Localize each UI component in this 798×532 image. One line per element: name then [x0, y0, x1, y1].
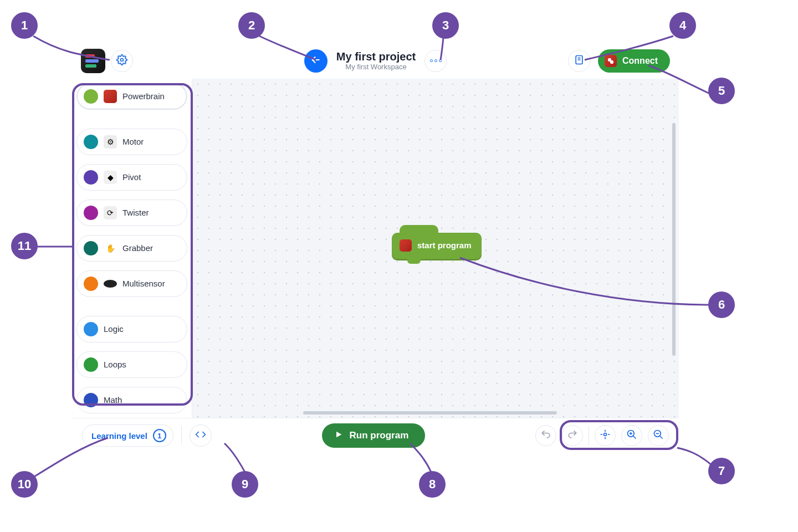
- callout-10: 10: [11, 471, 38, 498]
- gear-icon: [116, 54, 127, 68]
- callout-4: 4: [669, 12, 696, 39]
- recenter-button[interactable]: [595, 425, 616, 446]
- cube-icon: [605, 55, 617, 67]
- project-title-block: My first project My first Workspace: [336, 50, 416, 71]
- block-canvas[interactable]: start program: [192, 79, 679, 418]
- category-color-dot: [84, 206, 98, 220]
- zoom-in-button[interactable]: [621, 425, 642, 446]
- zoom-out-button[interactable]: [648, 425, 669, 446]
- play-icon: [334, 430, 343, 442]
- callout-5: 5: [708, 78, 735, 104]
- callout-2: 2: [238, 12, 265, 39]
- palette-item-pivot[interactable]: ◆ Pivot: [76, 164, 187, 191]
- category-color-dot: [84, 393, 98, 407]
- pivot-icon: ◆: [104, 171, 117, 184]
- undo-icon: [540, 429, 551, 442]
- callout-7: 7: [708, 458, 735, 484]
- palette-item-grabber[interactable]: ✋ Grabber: [76, 235, 187, 262]
- category-color-dot: [84, 170, 98, 185]
- palette-label: Pivot: [122, 172, 141, 182]
- palette-label: Powerbrain: [122, 91, 165, 101]
- palette-item-motor[interactable]: ⚙ Motor: [76, 129, 187, 155]
- run-label: Run program: [350, 430, 409, 441]
- category-color-dot: [84, 89, 98, 104]
- palette-label: Twister: [122, 208, 149, 217]
- category-color-dot: [84, 322, 98, 336]
- run-program-button[interactable]: Run program: [322, 423, 426, 448]
- footer: Learning level 1 Run program: [72, 418, 679, 453]
- palette-label: Multisensor: [122, 279, 165, 288]
- palette-item-loops[interactable]: Loops: [76, 351, 187, 378]
- learning-level-value: 1: [153, 429, 166, 442]
- palette-item-multisensor[interactable]: Multisensor: [76, 270, 187, 297]
- category-color-dot: [84, 135, 98, 149]
- learning-level-label: Learning level: [91, 431, 147, 441]
- motor-icon: ⚙: [104, 135, 117, 149]
- palette-label: Math: [104, 395, 122, 405]
- svg-point-0: [121, 58, 124, 61]
- palette-item-math[interactable]: Math: [76, 387, 187, 413]
- category-color-dot: [84, 241, 98, 255]
- cube-icon: [104, 90, 117, 103]
- palette-label: Loops: [104, 360, 126, 369]
- palette-label: Logic: [104, 324, 124, 334]
- dots-icon: [439, 59, 442, 62]
- notes-button[interactable]: [568, 50, 590, 72]
- palette-label: Grabber: [122, 243, 153, 253]
- callout-9: 9: [232, 471, 258, 498]
- notes-icon: [574, 54, 585, 68]
- start-program-block[interactable]: start program: [392, 233, 482, 259]
- callout-11: 11: [11, 233, 38, 259]
- grabber-icon: ✋: [104, 242, 117, 255]
- redo-button[interactable]: [562, 425, 583, 446]
- project-menu-button[interactable]: [424, 50, 447, 72]
- start-block-label: start program: [417, 241, 472, 250]
- callout-6: 6: [708, 291, 735, 318]
- multisensor-icon: [104, 280, 117, 288]
- divider: [181, 426, 182, 445]
- callout-3: 3: [432, 12, 459, 39]
- category-color-dot: [84, 357, 98, 372]
- twister-icon: ⟳: [104, 206, 117, 219]
- app-icon[interactable]: [81, 49, 105, 73]
- block-palette: Powerbrain ⚙ Motor ◆ Pivot ⟳ Twister ✋: [72, 79, 192, 418]
- project-title: My first project: [336, 50, 416, 63]
- connect-label: Connect: [622, 56, 658, 66]
- palette-item-twister[interactable]: ⟳ Twister: [76, 200, 187, 226]
- app-window: My first project My first Workspace Conn…: [72, 43, 679, 453]
- divider: [589, 426, 589, 445]
- undo-button[interactable]: [535, 425, 556, 446]
- zoom-in-icon: [626, 429, 637, 442]
- zoom-out-icon: [653, 429, 664, 442]
- palette-item-powerbrain[interactable]: Powerbrain: [76, 83, 187, 110]
- main: Powerbrain ⚙ Motor ◆ Pivot ⟳ Twister ✋: [72, 79, 679, 418]
- arrow-left-icon: [310, 54, 322, 68]
- callout-8: 8: [419, 471, 446, 498]
- code-view-button[interactable]: [190, 424, 212, 447]
- workspace-subtitle: My first Workspace: [336, 63, 416, 71]
- svg-point-2: [603, 433, 606, 436]
- settings-button[interactable]: [111, 50, 133, 72]
- cube-icon: [400, 239, 412, 252]
- back-button[interactable]: [304, 49, 328, 73]
- callout-1: 1: [11, 12, 38, 39]
- connect-button[interactable]: Connect: [598, 49, 670, 73]
- dots-icon: [430, 59, 433, 62]
- palette-label: Motor: [122, 137, 144, 146]
- learning-level-button[interactable]: Learning level 1: [82, 424, 173, 447]
- category-color-dot: [84, 277, 98, 291]
- code-icon: [195, 429, 206, 442]
- target-icon: [600, 429, 611, 442]
- palette-item-logic[interactable]: Logic: [76, 316, 187, 342]
- redo-icon: [567, 429, 578, 442]
- dots-icon: [434, 59, 437, 62]
- header: My first project My first Workspace Conn…: [72, 43, 679, 79]
